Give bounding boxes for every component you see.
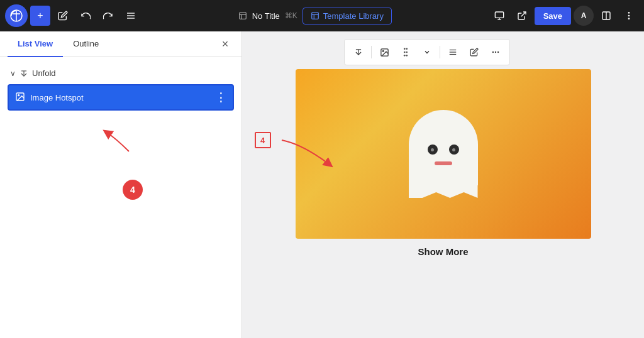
template-library-button[interactable]: Template Library [303,8,392,25]
astra-avatar[interactable]: A [574,6,594,26]
columns-button[interactable] [596,6,616,26]
svg-point-36 [492,52,494,53]
svg-point-27 [404,48,406,50]
svg-point-26 [382,50,384,52]
redo-button[interactable] [98,6,118,26]
block-align-button[interactable] [443,42,463,62]
svg-point-17 [628,15,629,16]
block-drag-handle[interactable] [396,42,416,62]
ghost-mouth [435,161,452,165]
main-layout: List View Outline × ∨ Unfold Image Hotsp… [0,31,644,338]
svg-point-18 [628,18,629,19]
more-options-button[interactable] [619,6,639,26]
block-move-down-button[interactable] [348,42,369,62]
unfold-label: Unfold [32,68,56,78]
shortcut-text: ⌘K [285,11,297,20]
svg-point-16 [628,13,629,13]
svg-point-31 [404,55,406,57]
toolbar-right: Save A [489,6,639,26]
svg-point-29 [404,52,406,53]
template-library-label: Template Library [323,11,384,21]
show-more-area: Show More [296,246,591,258]
svg-line-13 [521,12,525,16]
content-area: 4 Show More [242,31,644,338]
block-image-button[interactable] [374,42,394,62]
ghost-eye-left [428,144,438,155]
svg-point-37 [495,52,496,53]
svg-point-30 [406,52,408,53]
view-button[interactable] [489,6,509,26]
image-hotspot-item[interactable]: Image Hotspot ⋮ [8,84,234,111]
unfold-row[interactable]: ∨ Unfold [8,65,234,82]
undo-button[interactable] [75,6,96,26]
svg-point-22 [18,94,19,95]
wp-logo[interactable] [5,4,28,27]
block-toolbar [344,39,510,65]
block-edit-button[interactable] [464,42,484,62]
ghost-bottom [409,179,478,198]
page-title-area: No Title ⌘K [238,11,297,21]
external-link-button[interactable] [512,6,532,26]
panel-tabs: List View Outline × [0,31,242,57]
ghost-eye-inner-left [431,148,434,151]
image-hotspot-icon [15,92,25,104]
svg-rect-7 [312,13,319,19]
left-panel: List View Outline × ∨ Unfold Image Hotsp… [0,31,242,338]
ghost-eye-right [449,144,459,155]
page-title: No Title [252,11,280,21]
toolbar-center: No Title ⌘K Template Library [143,8,487,25]
toolbar-divider [371,46,372,58]
annotation-arrow-4 [272,126,341,176]
save-button[interactable]: Save [535,7,571,25]
image-hotspot-label: Image Hotspot [30,93,215,102]
svg-point-28 [406,48,408,50]
ghost-illustration [406,110,481,198]
svg-point-32 [406,55,408,57]
toolbar-divider-2 [440,46,440,58]
block-toolbar-wrapper [250,39,636,65]
chevron-icon: ∨ [10,69,16,78]
svg-point-38 [497,52,499,53]
annotation-arrow-area [97,126,148,160]
ghost-eyes [428,144,459,155]
tab-list-view[interactable]: List View [8,31,63,57]
block-more-button[interactable] [486,42,506,62]
item-options-icon[interactable]: ⋮ [215,90,226,104]
block-chevron-down-button[interactable] [417,42,437,62]
tab-outline[interactable]: Outline [63,31,109,57]
menu-button[interactable] [121,6,141,26]
svg-rect-10 [495,12,503,18]
main-toolbar: + No Title ⌘K Template Library Save A [0,0,644,31]
add-block-button[interactable]: + [30,6,50,26]
panel-close-button[interactable]: × [216,35,234,53]
ghost-eye-inner-right [452,148,455,151]
annotation-circle-4: 4 [123,180,143,200]
show-more-text: Show More [418,246,468,257]
image-block-container: 4 [296,69,591,239]
unfold-sort-icon [19,69,28,78]
svg-rect-4 [239,13,246,19]
annotation-box-4: 4 [255,132,271,148]
edit-button[interactable] [53,6,73,26]
panel-content: ∨ Unfold Image Hotspot ⋮ [0,57,242,338]
